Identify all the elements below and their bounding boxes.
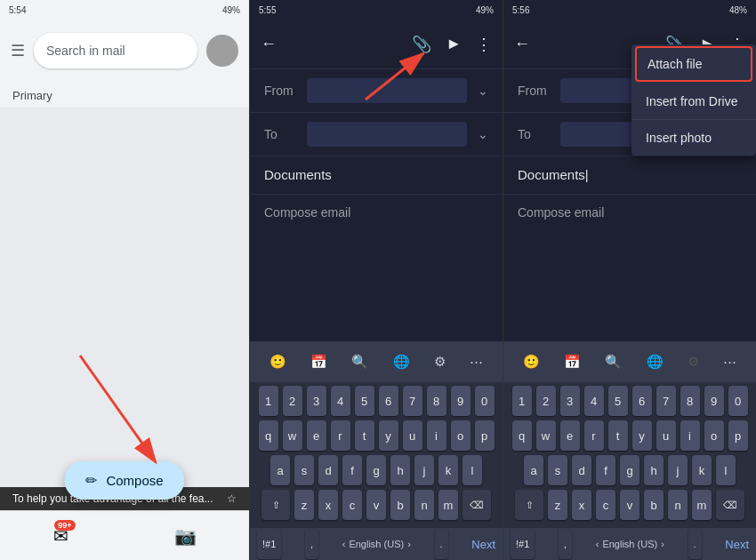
- key-z-left[interactable]: z: [294, 490, 314, 520]
- key-q-right[interactable]: q: [512, 420, 532, 451]
- key-k-left[interactable]: k: [438, 455, 458, 485]
- key-d-right[interactable]: d: [572, 455, 591, 485]
- attach-icon-left[interactable]: 📎: [412, 35, 431, 54]
- next-button-left[interactable]: Next: [471, 538, 495, 551]
- key-5-left[interactable]: 5: [355, 386, 374, 416]
- send-icon-left[interactable]: ►: [446, 35, 462, 53]
- calendar-icon-right[interactable]: 📅: [564, 354, 581, 370]
- key-c-right[interactable]: c: [596, 490, 615, 520]
- key-z-right[interactable]: z: [548, 490, 567, 520]
- key-6-right[interactable]: 6: [632, 386, 652, 416]
- backspace-left[interactable]: ⌫: [462, 490, 491, 520]
- key-j-left[interactable]: j: [414, 455, 434, 485]
- settings-icon-right[interactable]: ⚙: [688, 354, 699, 370]
- more-icon-left[interactable]: ⋮: [476, 35, 492, 54]
- key-4-right[interactable]: 4: [584, 386, 604, 416]
- key-e-left[interactable]: e: [307, 420, 326, 451]
- back-icon-right[interactable]: ←: [514, 35, 530, 53]
- key-h-left[interactable]: h: [390, 455, 410, 485]
- key-4-left[interactable]: 4: [331, 386, 350, 416]
- key-n-left[interactable]: n: [414, 490, 434, 520]
- key-v-right[interactable]: v: [620, 490, 639, 520]
- key-i-right[interactable]: i: [680, 420, 700, 451]
- key-3-left[interactable]: 3: [307, 386, 326, 416]
- lang-selector-right[interactable]: ‹ English (US) ›: [596, 539, 664, 549]
- key-7-right[interactable]: 7: [656, 386, 676, 416]
- more-icon-kb-right[interactable]: ⋯: [723, 354, 736, 370]
- backspace-right[interactable]: ⌫: [716, 490, 744, 520]
- back-icon[interactable]: ←: [261, 35, 277, 53]
- search-bar[interactable]: Search in mail: [34, 33, 197, 68]
- settings-icon-left[interactable]: ⚙: [434, 354, 446, 370]
- key-i-left[interactable]: i: [427, 420, 446, 451]
- key-9-right[interactable]: 9: [704, 386, 724, 416]
- key-w-left[interactable]: w: [283, 420, 302, 451]
- key-5-right[interactable]: 5: [608, 386, 628, 416]
- search-icon-right[interactable]: 🔍: [605, 354, 622, 370]
- key-s-right[interactable]: s: [548, 455, 567, 485]
- key-y-right[interactable]: y: [632, 420, 652, 451]
- key-q-left[interactable]: q: [259, 420, 278, 451]
- key-3-right[interactable]: 3: [560, 386, 580, 416]
- key-j-right[interactable]: j: [668, 455, 688, 485]
- key-x-left[interactable]: x: [318, 490, 338, 520]
- dropdown-attach-file[interactable]: Attach file: [635, 46, 752, 82]
- video-nav-icon[interactable]: 📷: [174, 525, 197, 547]
- key-p-left[interactable]: p: [475, 420, 495, 451]
- gif-icon-right[interactable]: 🌐: [647, 354, 664, 370]
- key-9-left[interactable]: 9: [451, 386, 470, 416]
- key-y-left[interactable]: y: [379, 420, 398, 451]
- key-u-left[interactable]: u: [403, 420, 422, 451]
- key-f-right[interactable]: f: [596, 455, 615, 485]
- search-icon-left[interactable]: 🔍: [351, 354, 368, 370]
- num-toggle-left[interactable]: !#1: [257, 529, 281, 559]
- key-0-left[interactable]: 0: [475, 386, 495, 416]
- key-6-left[interactable]: 6: [379, 386, 398, 416]
- key-t-left[interactable]: t: [355, 420, 374, 451]
- key-m-right[interactable]: m: [692, 490, 712, 520]
- comma-left[interactable]: ,: [305, 529, 318, 559]
- key-8-right[interactable]: 8: [680, 386, 700, 416]
- key-b-right[interactable]: b: [644, 490, 664, 520]
- avatar[interactable]: [206, 35, 238, 67]
- lang-selector-left[interactable]: ‹ English (US) ›: [342, 539, 411, 549]
- key-x-right[interactable]: x: [572, 490, 591, 520]
- key-o-left[interactable]: o: [451, 420, 470, 451]
- key-k-right[interactable]: k: [692, 455, 712, 485]
- key-f-left[interactable]: f: [342, 455, 362, 485]
- dropdown-insert-drive[interactable]: Insert from Drive: [631, 84, 756, 120]
- compose-fab[interactable]: ✏ Compose: [64, 461, 184, 500]
- calendar-icon-left[interactable]: 📅: [310, 354, 327, 370]
- from-input-left[interactable]: [307, 78, 467, 103]
- dropdown-insert-photo[interactable]: Insert photo: [631, 120, 756, 156]
- num-toggle-right[interactable]: !#1: [511, 529, 535, 559]
- key-g-right[interactable]: g: [620, 455, 639, 485]
- key-2-right[interactable]: 2: [536, 386, 556, 416]
- key-s-left[interactable]: s: [294, 455, 314, 485]
- more-icon-kb-left[interactable]: ⋯: [470, 354, 483, 370]
- emoji-icon-left[interactable]: 🙂: [269, 354, 286, 370]
- key-c-left[interactable]: c: [342, 490, 362, 520]
- key-0-right[interactable]: 0: [728, 386, 748, 416]
- subject-text-left[interactable]: Documents: [264, 167, 332, 182]
- shift-left[interactable]: ⇧: [261, 490, 290, 520]
- key-1-right[interactable]: 1: [512, 386, 532, 416]
- key-7-left[interactable]: 7: [403, 386, 422, 416]
- key-r-left[interactable]: r: [331, 420, 350, 451]
- key-r-right[interactable]: r: [584, 420, 604, 451]
- gif-icon-left[interactable]: 🌐: [393, 354, 410, 370]
- to-input-left[interactable]: [307, 122, 467, 147]
- key-l-right[interactable]: l: [716, 455, 736, 485]
- key-d-left[interactable]: d: [318, 455, 338, 485]
- key-2-left[interactable]: 2: [283, 386, 302, 416]
- key-p-right[interactable]: p: [728, 420, 748, 451]
- body-field-right[interactable]: Compose email: [503, 195, 756, 230]
- key-b-left[interactable]: b: [390, 490, 410, 520]
- key-o-right[interactable]: o: [704, 420, 724, 451]
- period-right[interactable]: .: [688, 529, 702, 559]
- key-u-right[interactable]: u: [656, 420, 676, 451]
- key-e-right[interactable]: e: [560, 420, 580, 451]
- comma-right[interactable]: ,: [559, 529, 572, 559]
- next-button-right[interactable]: Next: [725, 538, 749, 551]
- key-8-left[interactable]: 8: [427, 386, 446, 416]
